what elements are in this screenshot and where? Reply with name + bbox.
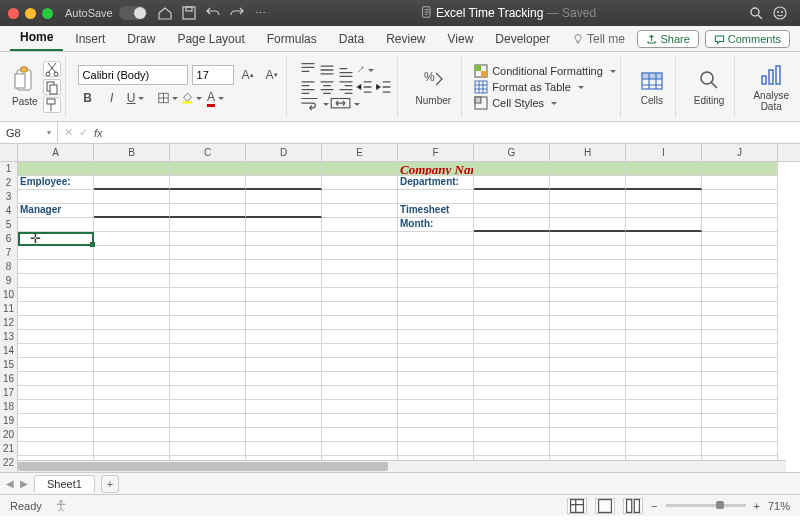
cell[interactable] <box>94 232 170 246</box>
cell[interactable] <box>626 302 702 316</box>
redo-icon[interactable] <box>229 5 245 21</box>
undo-icon[interactable] <box>205 5 221 21</box>
comments-button[interactable]: Comments <box>705 30 790 48</box>
cell[interactable] <box>246 386 322 400</box>
align-left-icon[interactable] <box>299 80 317 94</box>
minimize-window-icon[interactable] <box>25 8 36 19</box>
cell[interactable] <box>94 260 170 274</box>
cell[interactable] <box>246 260 322 274</box>
cell-styles-button[interactable]: Cell Styles <box>474 96 616 110</box>
paste-button[interactable]: Paste <box>12 66 38 107</box>
cell[interactable] <box>246 428 322 442</box>
increase-indent-icon[interactable] <box>375 80 393 94</box>
cell[interactable] <box>94 218 170 232</box>
cell[interactable] <box>702 330 778 344</box>
cancel-formula-icon[interactable]: ✕ <box>64 126 73 139</box>
cell[interactable] <box>474 414 550 428</box>
cell[interactable] <box>246 400 322 414</box>
add-sheet-button[interactable]: + <box>101 475 119 493</box>
cell[interactable] <box>170 260 246 274</box>
cell[interactable] <box>94 372 170 386</box>
cell[interactable] <box>170 316 246 330</box>
cell[interactable] <box>18 316 94 330</box>
fill-color-button[interactable] <box>182 88 202 108</box>
cell[interactable] <box>322 274 398 288</box>
cell[interactable] <box>170 274 246 288</box>
window-controls[interactable] <box>8 8 53 19</box>
cell[interactable] <box>18 372 94 386</box>
cell[interactable] <box>702 190 778 204</box>
cell[interactable] <box>94 246 170 260</box>
cell[interactable] <box>398 372 474 386</box>
name-box[interactable]: G8▾ <box>0 122 58 143</box>
tab-page-layout[interactable]: Page Layout <box>167 28 254 51</box>
cell[interactable] <box>246 358 322 372</box>
cell[interactable] <box>550 372 626 386</box>
cell[interactable] <box>474 176 550 190</box>
save-icon[interactable] <box>181 5 197 21</box>
wrap-text-icon[interactable] <box>299 97 329 111</box>
cell[interactable] <box>550 288 626 302</box>
cell[interactable] <box>94 386 170 400</box>
cell[interactable] <box>322 330 398 344</box>
cell[interactable] <box>322 190 398 204</box>
cell[interactable] <box>398 246 474 260</box>
autosave-toggle[interactable] <box>119 6 147 20</box>
cell[interactable] <box>398 414 474 428</box>
cell[interactable] <box>626 232 702 246</box>
cell[interactable] <box>18 330 94 344</box>
cell[interactable] <box>246 288 322 302</box>
cell[interactable] <box>474 246 550 260</box>
cell[interactable] <box>246 414 322 428</box>
worksheet-grid[interactable]: ABCDEFGHIJ1Company Name2Employee:Departm… <box>0 144 800 472</box>
cell[interactable] <box>626 190 702 204</box>
zoom-slider[interactable] <box>666 504 746 507</box>
cell[interactable] <box>702 400 778 414</box>
orientation-icon[interactable] <box>356 63 374 77</box>
cell[interactable] <box>94 330 170 344</box>
tab-insert[interactable]: Insert <box>65 28 115 51</box>
cell[interactable] <box>626 358 702 372</box>
cell[interactable] <box>550 232 626 246</box>
cell[interactable] <box>550 442 626 456</box>
cell[interactable] <box>94 204 170 218</box>
cell[interactable] <box>246 176 322 190</box>
cell[interactable] <box>18 190 94 204</box>
account-icon[interactable] <box>772 5 788 21</box>
tab-draw[interactable]: Draw <box>117 28 165 51</box>
cell[interactable] <box>398 190 474 204</box>
cell[interactable] <box>170 218 246 232</box>
zoom-level[interactable]: 71% <box>768 500 790 512</box>
page-break-view-icon[interactable] <box>623 498 643 514</box>
cell[interactable] <box>94 400 170 414</box>
cell[interactable] <box>18 400 94 414</box>
cell[interactable] <box>398 386 474 400</box>
cell[interactable] <box>170 400 246 414</box>
cell[interactable] <box>18 232 94 246</box>
underline-button[interactable]: U <box>126 88 146 108</box>
cell[interactable]: Department: <box>398 176 474 190</box>
align-right-icon[interactable] <box>337 80 355 94</box>
cell[interactable] <box>702 428 778 442</box>
tab-view[interactable]: View <box>438 28 484 51</box>
cell[interactable] <box>94 288 170 302</box>
cell[interactable] <box>322 358 398 372</box>
cell[interactable] <box>550 344 626 358</box>
close-window-icon[interactable] <box>8 8 19 19</box>
home-icon[interactable] <box>157 5 173 21</box>
cell[interactable] <box>170 344 246 358</box>
cell[interactable] <box>702 204 778 218</box>
align-top-icon[interactable] <box>299 63 317 77</box>
cell[interactable] <box>550 204 626 218</box>
cell[interactable] <box>322 400 398 414</box>
analyse-data-button[interactable]: Analyse Data <box>747 62 795 112</box>
cell[interactable] <box>322 372 398 386</box>
cell[interactable] <box>474 274 550 288</box>
cell[interactable] <box>702 414 778 428</box>
sheet-tab[interactable]: Sheet1 <box>34 475 95 492</box>
share-button[interactable]: Share <box>637 30 698 48</box>
cell[interactable] <box>626 274 702 288</box>
cell[interactable] <box>702 246 778 260</box>
cell[interactable] <box>702 344 778 358</box>
cell[interactable] <box>550 386 626 400</box>
